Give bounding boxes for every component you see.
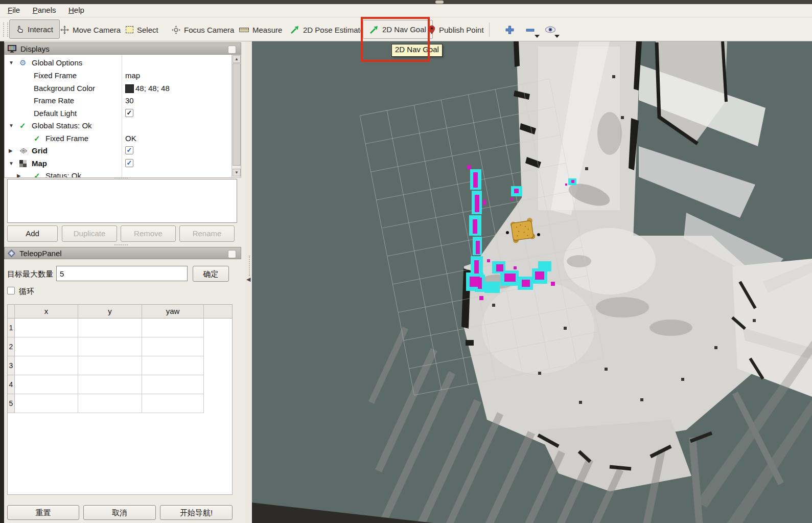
publish-point-tool[interactable]: Publish Point <box>428 21 484 38</box>
loop-label: 循环 <box>19 287 34 297</box>
cell-x-5[interactable] <box>15 394 78 413</box>
move-camera-tool[interactable]: Move Camera <box>60 21 121 38</box>
visibility-dropdown-caret[interactable] <box>554 35 560 38</box>
tree-row-map[interactable]: ▼ Map ✓ <box>5 158 231 170</box>
select-tool[interactable]: Select <box>126 21 158 38</box>
row-header-1[interactable]: 1 <box>8 319 15 337</box>
menu-help[interactable]: Help <box>63 4 89 14</box>
green-arrow-icon <box>290 25 299 34</box>
tree-scrollbar[interactable]: ▲ ▼ <box>231 55 241 177</box>
panel-resize-grip[interactable] <box>114 244 128 245</box>
tree-row-background-color[interactable]: Background Color 48; 48; 48 <box>5 83 231 95</box>
remove-display-button: Remove <box>121 225 176 242</box>
toolbar-drag-handle[interactable] <box>3 22 8 37</box>
row-header-3[interactable]: 3 <box>8 356 15 375</box>
select-box-icon <box>126 26 133 33</box>
focus-camera-icon <box>172 26 180 34</box>
add-display-button[interactable]: Add <box>7 225 58 242</box>
zoom-out-dropdown-caret[interactable] <box>535 35 540 38</box>
ruler-icon <box>239 28 249 32</box>
checkbox-checked[interactable]: ✓ <box>125 159 133 167</box>
zoom-in-button[interactable] <box>505 21 515 38</box>
pose-estimate-tool[interactable]: 2D Pose Estimate <box>290 21 364 38</box>
cell-y-4[interactable] <box>78 375 142 394</box>
row-header-2[interactable]: 2 <box>8 337 15 356</box>
status-ok-check-icon: ✓ <box>34 171 40 178</box>
displays-panel-titlebar[interactable]: Displays <box>4 42 241 55</box>
column-header-y[interactable]: y <box>78 305 142 319</box>
status-ok-check-icon: ✓ <box>34 134 40 143</box>
confirm-button[interactable]: 确定 <box>193 266 229 282</box>
cell-y-5[interactable] <box>78 394 142 413</box>
start-navigation-button[interactable]: 开始导航! <box>160 505 233 520</box>
green-arrow-icon <box>369 25 379 34</box>
nav-goal-tool-button[interactable]: 2D Nav Goal <box>363 20 433 39</box>
tree-row-global-status[interactable]: ▼ ✓ Global Status: Ok <box>5 120 231 132</box>
max-goal-input[interactable] <box>56 266 188 281</box>
goal-table: x y yaw 1 2 3 4 5 <box>7 304 233 495</box>
cell-x-4[interactable] <box>15 375 78 394</box>
cell-y-3[interactable] <box>78 356 142 375</box>
menu-panels[interactable]: Panels <box>28 4 61 14</box>
measure-tool[interactable]: Measure <box>239 21 282 38</box>
cell-y-2[interactable] <box>78 337 142 356</box>
expander-down-icon[interactable]: ▼ <box>9 161 14 166</box>
collapse-panel-handle[interactable]: ◀ <box>246 276 250 283</box>
scroll-down-icon[interactable]: ▼ <box>233 169 241 176</box>
map-scene <box>252 41 812 523</box>
interact-tool-button[interactable]: Interact <box>9 19 60 39</box>
displays-tree: ▼ ⚙ Global Options Fixed Frame map Backg… <box>4 55 241 178</box>
eye-icon <box>545 26 556 33</box>
cell-x-3[interactable] <box>15 356 78 375</box>
max-goal-label: 目标最大数量 <box>7 269 53 279</box>
tree-row-fixed-frame[interactable]: Fixed Frame map <box>5 70 231 82</box>
teleop-panel-titlebar[interactable]: TeleopPanel <box>4 247 241 259</box>
tree-row-global-options[interactable]: ▼ ⚙ Global Options <box>5 57 231 70</box>
expander-right-icon[interactable]: ▶ <box>17 173 21 178</box>
tree-row-default-light[interactable]: Default Light ✓ <box>5 108 231 120</box>
cell-yaw-5[interactable] <box>142 394 204 413</box>
color-swatch[interactable] <box>125 84 134 93</box>
panel-float-checkbox[interactable] <box>228 250 236 258</box>
table-corner <box>8 305 15 319</box>
cell-yaw-3[interactable] <box>142 356 204 375</box>
cell-yaw-2[interactable] <box>142 337 204 356</box>
checkbox-checked[interactable]: ✓ <box>125 146 133 154</box>
cell-x-1[interactable] <box>15 319 78 337</box>
expander-right-icon[interactable]: ▶ <box>9 148 13 153</box>
scroll-up-icon[interactable]: ▲ <box>233 55 241 63</box>
panel-float-checkbox[interactable] <box>228 46 236 54</box>
loop-checkbox[interactable] <box>7 287 15 294</box>
column-header-x[interactable]: x <box>15 305 78 319</box>
cell-x-2[interactable] <box>15 337 78 356</box>
tree-row-grid[interactable]: ▶ Grid ✓ <box>5 145 231 157</box>
tree-row-fixed-frame-status[interactable]: ✓ Fixed Frame OK <box>5 133 231 145</box>
focus-camera-tool[interactable]: Focus Camera <box>172 21 234 38</box>
zoom-out-button[interactable] <box>525 21 535 38</box>
minus-icon <box>525 25 535 35</box>
panel-resize-grip[interactable] <box>114 177 128 178</box>
cell-yaw-4[interactable] <box>142 375 204 394</box>
window-left-edge <box>0 41 4 523</box>
menubar: File Panels Help <box>0 4 812 17</box>
menu-file[interactable]: File <box>3 4 25 14</box>
scrollbar-thumb[interactable] <box>233 63 241 166</box>
row-header-5[interactable]: 5 <box>8 394 15 413</box>
panel-diamond-icon <box>8 249 15 257</box>
checkbox-checked[interactable]: ✓ <box>125 109 133 117</box>
expander-down-icon[interactable]: ▼ <box>9 60 14 65</box>
cancel-button[interactable]: 取消 <box>83 505 156 520</box>
cell-yaw-1[interactable] <box>142 319 204 337</box>
reset-button[interactable]: 重置 <box>7 505 79 520</box>
cell-y-1[interactable] <box>78 319 142 337</box>
column-header-yaw[interactable]: yaw <box>142 305 204 319</box>
tree-row-status-clipped[interactable]: ▶ ✓ Status: Ok <box>5 170 231 178</box>
duplicate-display-button: Duplicate <box>62 225 117 242</box>
3d-viewport[interactable] <box>252 41 812 523</box>
row-header-4[interactable]: 4 <box>8 375 15 394</box>
expander-down-icon[interactable]: ▼ <box>9 123 14 128</box>
nav-goal-tooltip: 2D Nav Goal <box>391 44 443 57</box>
plus-icon <box>505 25 515 35</box>
tree-row-frame-rate[interactable]: Frame Rate 30 <box>5 95 231 107</box>
map-display-icon <box>19 160 27 167</box>
